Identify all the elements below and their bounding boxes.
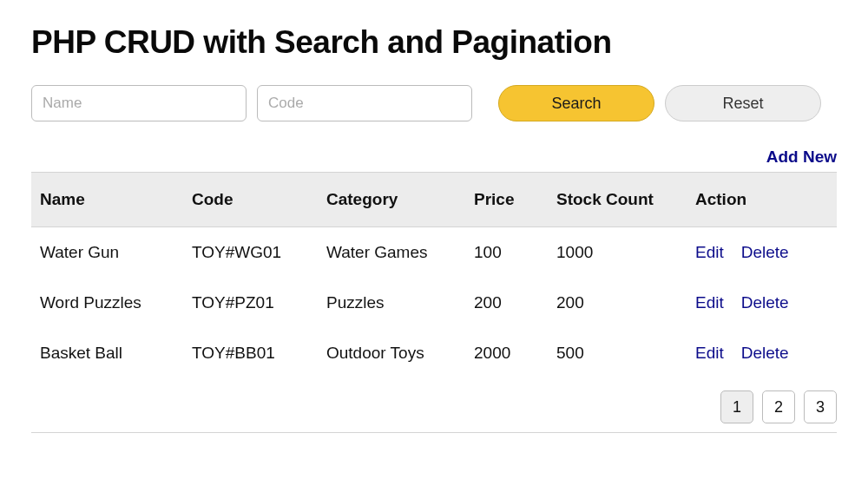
- edit-link[interactable]: Edit: [695, 293, 724, 312]
- delete-link[interactable]: Delete: [741, 293, 789, 312]
- col-action: Action: [687, 173, 837, 227]
- cell-price: 2000: [465, 328, 548, 378]
- cell-name: Basket Ball: [31, 328, 183, 378]
- search-button[interactable]: Search: [498, 85, 654, 121]
- cell-code: TOY#PZ01: [183, 278, 318, 328]
- col-price: Price: [465, 173, 548, 227]
- cell-name: Water Gun: [31, 227, 183, 279]
- cell-stock: 500: [548, 328, 687, 378]
- pagination: 123: [31, 390, 837, 423]
- search-bar: Search Reset: [31, 85, 837, 121]
- col-code: Code: [183, 173, 318, 227]
- page-button-2[interactable]: 2: [762, 390, 795, 423]
- search-code-input[interactable]: [257, 85, 472, 121]
- col-stock: Stock Count: [548, 173, 687, 227]
- table-row: Word PuzzlesTOY#PZ01Puzzles200200EditDel…: [31, 278, 837, 328]
- edit-link[interactable]: Edit: [695, 344, 724, 362]
- cell-code: TOY#BB01: [183, 328, 318, 378]
- cell-name: Word Puzzles: [31, 278, 183, 328]
- add-new-link[interactable]: Add New: [766, 148, 837, 166]
- cell-action: EditDelete: [687, 278, 837, 328]
- cell-action: EditDelete: [687, 227, 837, 279]
- cell-price: 100: [465, 227, 548, 279]
- delete-link[interactable]: Delete: [741, 243, 789, 261]
- page-button-3[interactable]: 3: [804, 390, 837, 423]
- reset-button[interactable]: Reset: [665, 85, 821, 121]
- table-row: Water GunTOY#WG01Water Games1001000EditD…: [31, 227, 837, 279]
- cell-stock: 1000: [548, 227, 687, 279]
- cell-stock: 200: [548, 278, 687, 328]
- col-name: Name: [31, 173, 183, 227]
- search-name-input[interactable]: [31, 85, 247, 121]
- edit-link[interactable]: Edit: [695, 243, 724, 261]
- cell-action: EditDelete: [687, 328, 837, 378]
- data-table: Name Code Category Price Stock Count Act…: [31, 172, 837, 378]
- cell-category: Puzzles: [318, 278, 465, 328]
- cell-price: 200: [465, 278, 548, 328]
- col-category: Category: [318, 173, 465, 227]
- page-button-1[interactable]: 1: [720, 390, 753, 423]
- delete-link[interactable]: Delete: [741, 344, 789, 362]
- page-title: PHP CRUD with Search and Pagination: [31, 24, 837, 61]
- cell-category: Water Games: [318, 227, 465, 279]
- table-row: Basket BallTOY#BB01Outdoor Toys2000500Ed…: [31, 328, 837, 378]
- cell-code: TOY#WG01: [183, 227, 318, 279]
- add-row: Add New: [31, 148, 837, 167]
- footer-divider: [31, 432, 837, 433]
- cell-category: Outdoor Toys: [318, 328, 465, 378]
